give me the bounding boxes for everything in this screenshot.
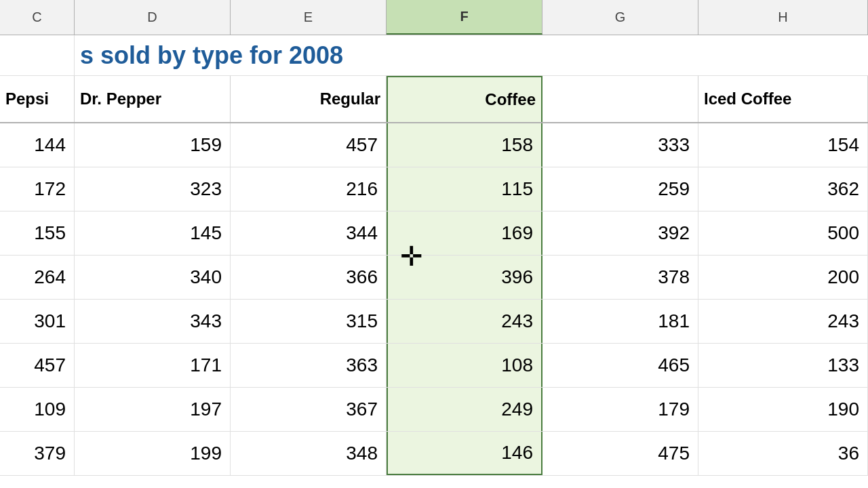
- cell-r1-d[interactable]: 159: [75, 123, 231, 167]
- table-row: 301 343 315 243 181 243: [0, 300, 868, 344]
- cell-r3-c[interactable]: 155: [0, 211, 75, 255]
- cell-r7-e[interactable]: 367: [231, 388, 387, 431]
- header-pepsi: Pepsi: [0, 76, 75, 122]
- cell-r6-f[interactable]: 108: [387, 344, 542, 387]
- table-row: 109 197 367 249 179 190: [0, 388, 868, 432]
- table-row: 172 323 216 115 259 362: [0, 167, 868, 211]
- header-regular: Regular: [231, 76, 387, 122]
- cell-r1-f[interactable]: 158: [387, 123, 542, 167]
- cell-r3-e[interactable]: 344: [231, 211, 387, 255]
- cell-r7-f[interactable]: 249: [387, 388, 542, 431]
- col-header-h[interactable]: H: [698, 0, 868, 35]
- cell-r7-c[interactable]: 109: [0, 388, 75, 431]
- col-header-d[interactable]: D: [75, 0, 231, 35]
- header-g: [542, 76, 698, 122]
- cell-r2-h[interactable]: 362: [698, 167, 868, 211]
- cell-r4-h[interactable]: 200: [698, 256, 868, 299]
- cell-r7-h[interactable]: 190: [698, 388, 868, 431]
- cell-r3-f[interactable]: 169: [387, 211, 542, 255]
- cell-r5-c[interactable]: 301: [0, 300, 75, 343]
- cell-r1-h[interactable]: 154: [698, 123, 868, 167]
- cell-r4-d[interactable]: 340: [75, 256, 231, 299]
- title-row: s sold by type for 2008: [0, 35, 868, 76]
- cell-r5-g[interactable]: 181: [542, 300, 698, 343]
- cell-r4-f[interactable]: 396: [387, 256, 542, 299]
- header-dr-pepper: Dr. Pepper: [75, 76, 231, 122]
- cell-r6-g[interactable]: 465: [542, 344, 698, 387]
- cell-r5-h[interactable]: 243: [698, 300, 868, 343]
- cell-r6-e[interactable]: 363: [231, 344, 387, 387]
- table-row: 379 199 348 146 475 36: [0, 432, 868, 476]
- cell-r4-g[interactable]: 378: [542, 256, 698, 299]
- cell-r2-f[interactable]: 115: [387, 167, 542, 211]
- cell-r3-d[interactable]: 145: [75, 211, 231, 255]
- data-area: s sold by type for 2008 Pepsi Dr. Pepper…: [0, 35, 868, 476]
- spreadsheet: C D E F G H s sold by type for 2008: [0, 0, 868, 488]
- cell-r6-d[interactable]: 171: [75, 344, 231, 387]
- table-row: 155 145 344 169 392 500: [0, 211, 868, 256]
- cell-r1-e[interactable]: 457: [231, 123, 387, 167]
- cell-r2-d[interactable]: 323: [75, 167, 231, 211]
- table-row: 264 340 366 396 378 200: [0, 256, 868, 300]
- cell-r8-h[interactable]: 36: [698, 432, 868, 475]
- col-header-c[interactable]: C: [0, 0, 75, 35]
- cell-r2-g[interactable]: 259: [542, 167, 698, 211]
- cell-r6-c[interactable]: 457: [0, 344, 75, 387]
- cell-r3-h[interactable]: 500: [698, 211, 868, 255]
- cell-r1-g[interactable]: 333: [542, 123, 698, 167]
- header-row: Pepsi Dr. Pepper Regular Coffee Iced Cof…: [0, 76, 868, 123]
- table-row: 457 171 363 108 465 133: [0, 344, 868, 388]
- column-headers: C D E F G H: [0, 0, 868, 35]
- col-header-f[interactable]: F: [387, 0, 542, 35]
- cell-r8-g[interactable]: 475: [542, 432, 698, 475]
- cell-r8-d[interactable]: 199: [75, 432, 231, 475]
- table-row: 144 159 457 158 333 154: [0, 123, 868, 167]
- cell-r6-h[interactable]: 133: [698, 344, 868, 387]
- header-coffee: Coffee: [387, 76, 542, 122]
- cell-r8-c[interactable]: 379: [0, 432, 75, 475]
- col-header-g[interactable]: G: [542, 0, 698, 35]
- col-header-e[interactable]: E: [231, 0, 387, 35]
- cell-r8-f[interactable]: 146: [387, 432, 542, 475]
- cell-r7-d[interactable]: 197: [75, 388, 231, 431]
- spreadsheet-title: s sold by type for 2008: [75, 41, 868, 70]
- cell-r2-c[interactable]: 172: [0, 167, 75, 211]
- cell-r4-c[interactable]: 264: [0, 256, 75, 299]
- cell-r4-e[interactable]: 366: [231, 256, 387, 299]
- cell-r5-d[interactable]: 343: [75, 300, 231, 343]
- cell-r3-g[interactable]: 392: [542, 211, 698, 255]
- cell-r8-e[interactable]: 348: [231, 432, 387, 475]
- cell-r2-e[interactable]: 216: [231, 167, 387, 211]
- cell-r7-g[interactable]: 179: [542, 388, 698, 431]
- cell-r5-f[interactable]: 243: [387, 300, 542, 343]
- cell-r5-e[interactable]: 315: [231, 300, 387, 343]
- header-iced-coffee: Iced Coffee: [698, 76, 868, 122]
- cell-r1-c[interactable]: 144: [0, 123, 75, 167]
